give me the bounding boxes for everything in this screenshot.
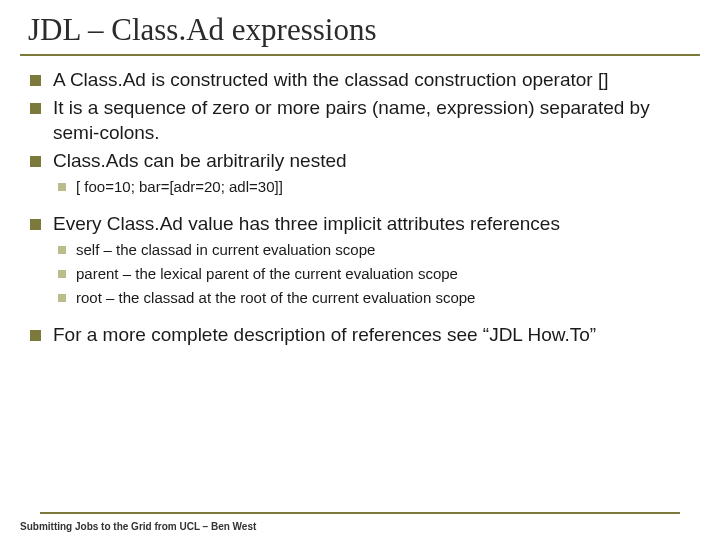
square-bullet-icon xyxy=(30,330,41,341)
bullet-text: For a more complete description of refer… xyxy=(53,323,596,347)
bullet-text: Class.Ads can be arbitrarily nested xyxy=(53,149,347,173)
square-bullet-icon xyxy=(30,219,41,230)
bullet-text: Every Class.Ad value has three implicit … xyxy=(53,212,560,236)
square-bullet-icon xyxy=(58,270,66,278)
bullet-text: It is a sequence of zero or more pairs (… xyxy=(53,96,696,145)
bullet-text: [ foo=10; bar=[adr=20; adl=30]] xyxy=(76,177,283,197)
square-bullet-icon xyxy=(30,75,41,86)
bullet-text: A Class.Ad is constructed with the class… xyxy=(53,68,609,92)
sub-bullet-item: parent – the lexical parent of the curre… xyxy=(30,264,696,284)
bullet-text: parent – the lexical parent of the curre… xyxy=(76,264,458,284)
bullet-item: Every Class.Ad value has three implicit … xyxy=(30,212,696,236)
square-bullet-icon xyxy=(30,156,41,167)
slide-title: JDL – Class.Ad expressions xyxy=(0,0,720,50)
bullet-item: It is a sequence of zero or more pairs (… xyxy=(30,96,696,145)
sub-bullet-item: [ foo=10; bar=[adr=20; adl=30]] xyxy=(30,177,696,197)
spacer xyxy=(30,202,696,212)
bullet-text: self – the classad in current evaluation… xyxy=(76,240,375,260)
bullet-text: root – the classad at the root of the cu… xyxy=(76,288,475,308)
sub-bullet-item: self – the classad in current evaluation… xyxy=(30,240,696,260)
bullet-item: A Class.Ad is constructed with the class… xyxy=(30,68,696,92)
spacer xyxy=(30,313,696,323)
footer-rule xyxy=(40,512,680,514)
square-bullet-icon xyxy=(58,294,66,302)
square-bullet-icon xyxy=(30,103,41,114)
slide-content: A Class.Ad is constructed with the class… xyxy=(0,56,720,347)
square-bullet-icon xyxy=(58,183,66,191)
bullet-item: Class.Ads can be arbitrarily nested xyxy=(30,149,696,173)
footer-text: Submitting Jobs to the Grid from UCL – B… xyxy=(20,521,256,532)
square-bullet-icon xyxy=(58,246,66,254)
slide: JDL – Class.Ad expressions A Class.Ad is… xyxy=(0,0,720,540)
sub-bullet-item: root – the classad at the root of the cu… xyxy=(30,288,696,308)
bullet-item: For a more complete description of refer… xyxy=(30,323,696,347)
